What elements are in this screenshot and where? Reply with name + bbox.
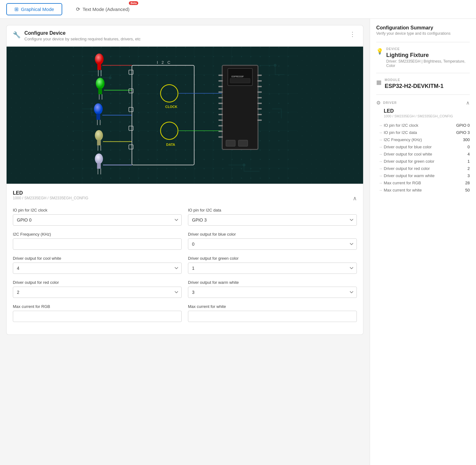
- driver-red-select[interactable]: 2 0 1 3 4: [13, 287, 182, 298]
- arrow-icon-1: →: [379, 130, 382, 135]
- more-options-button[interactable]: ⋮: [348, 30, 357, 38]
- divider-1: [376, 42, 470, 42]
- svg-rect-40: [257, 86, 262, 87]
- right-panel: Configuration Summary Verify your device…: [370, 19, 476, 465]
- configure-device-header: 🔧 Configure Device Configure your device…: [6, 25, 363, 46]
- io-data-label: IO pin for I2C data: [188, 208, 357, 212]
- arrow-icon-7: →: [379, 174, 382, 178]
- device-info: DEVICE Lighting Fixture Driver: SM2335EG…: [386, 47, 470, 68]
- config-label-5: → Driver output for green color: [379, 159, 434, 164]
- config-label-1: → IO pin for I2C data: [379, 130, 417, 135]
- text-mode-icon: ⟳: [76, 6, 80, 12]
- svg-rect-48: [97, 64, 101, 70]
- max-rgb-input[interactable]: 28: [13, 311, 182, 322]
- form-group-warm: Driver output for warm white 3 0 1 2 4: [188, 280, 357, 298]
- text-mode-button[interactable]: ⟳ Text Mode (Advanced) Beta: [68, 4, 137, 15]
- max-white-input[interactable]: 50: [188, 311, 357, 322]
- led-title: LED: [13, 190, 88, 196]
- divider-3: [376, 95, 470, 95]
- svg-text:DATA: DATA: [166, 143, 175, 146]
- svg-rect-44: [257, 108, 262, 110]
- io-clock-select[interactable]: GPIO 0 GPIO 1 GPIO 2 GPIO 3: [13, 214, 182, 226]
- svg-rect-26: [219, 75, 223, 76]
- form-group-max-white: Max current for white 50: [188, 304, 357, 322]
- arrow-icon-9: →: [379, 188, 382, 192]
- configure-subtitle: Configure your device by selecting requi…: [24, 37, 140, 41]
- beta-badge: Beta: [129, 1, 138, 5]
- driver-id: 1000 / SM2335EGH / SM2335EGH_CONFIG: [384, 114, 470, 118]
- svg-rect-31: [219, 103, 223, 104]
- collapse-button[interactable]: ∧: [353, 195, 357, 202]
- config-rows: → IO pin for I2C clock GPIO 0 → IO pin f…: [379, 122, 470, 194]
- svg-point-63: [95, 153, 103, 164]
- svg-point-47: [95, 54, 104, 65]
- graphical-mode-button[interactable]: ⊞ Graphical Mode: [6, 3, 62, 15]
- arrow-icon-3: →: [379, 145, 382, 149]
- arrow-icon-4: →: [379, 152, 382, 156]
- form-group-green: Driver output for green color 1 0 2 3 4: [188, 256, 357, 274]
- gear-icon: ⚙: [376, 100, 381, 106]
- module-name: ESP32-H2-DEVKITM-1: [385, 83, 443, 89]
- driver-green-select[interactable]: 1 0 2 3 4: [188, 263, 357, 274]
- svg-rect-36: [219, 131, 223, 132]
- device-name: Lighting Fixture: [386, 52, 470, 59]
- form-group-red: Driver output for red color 2 0 1 3 4: [13, 280, 182, 298]
- config-value-6: 2: [468, 166, 470, 171]
- driver-header-left: ⚙ DRIVER: [376, 100, 397, 106]
- driver-green-label: Driver output for green color: [188, 256, 357, 261]
- config-value-3: 0: [468, 145, 470, 149]
- main-layout: 🔧 Configure Device Configure your device…: [0, 19, 476, 465]
- svg-rect-39: [257, 80, 262, 82]
- svg-rect-33: [219, 114, 223, 115]
- config-row-6: → Driver output for red color 2: [379, 165, 470, 172]
- device-section: 💡 DEVICE Lighting Fixture Driver: SM2335…: [376, 47, 470, 68]
- configure-header-left: 🔧 Configure Device Configure your device…: [13, 30, 140, 41]
- circuit-diagram: I 2 C CLOCK DATA E: [6, 46, 363, 184]
- arrow-icon-0: →: [379, 123, 382, 128]
- section-header: LED 1000 / SM2335EGH / SM2335EGH_CONFIG …: [13, 190, 357, 207]
- configure-header-text: Configure Device Configure your device b…: [24, 30, 140, 41]
- svg-rect-41: [257, 91, 262, 93]
- module-section: ▦ MODULE ESP32-H2-DEVKITM-1: [376, 78, 470, 89]
- max-white-label: Max current for white: [188, 304, 357, 309]
- form-row-2: I2C Frequency (KHz) 300 Driver output fo…: [13, 232, 357, 250]
- divider-2: [376, 73, 470, 73]
- config-row-9: → Max current for white 50: [379, 187, 470, 194]
- i2c-freq-input[interactable]: 300: [13, 238, 182, 250]
- config-value-5: 1: [468, 159, 470, 164]
- config-label-2: → I2C Frequency (KHz): [379, 137, 422, 142]
- config-label-0: → IO pin for I2C clock: [379, 123, 418, 128]
- driver-cool-label: Driver output for cool white: [13, 256, 182, 261]
- driver-blue-label: Driver output for blue color: [188, 232, 357, 237]
- driver-red-label: Driver output for red color: [13, 280, 182, 285]
- io-clock-label: IO pin for I2C clock: [13, 208, 182, 212]
- config-row-7: → Driver output for warm white 3: [379, 172, 470, 179]
- config-row-0: → IO pin for I2C clock GPIO 0: [379, 122, 470, 129]
- config-row-4: → Driver output for cool white 4: [379, 151, 470, 158]
- svg-rect-64: [97, 163, 101, 169]
- driver-blue-select[interactable]: 0 1 2 3 4: [188, 238, 357, 250]
- form-group-blue: Driver output for blue color 0 1 2 3 4: [188, 232, 357, 250]
- svg-rect-46: [257, 120, 262, 121]
- svg-point-4: [109, 77, 111, 79]
- driver-warm-select[interactable]: 3 0 1 2 4: [188, 287, 357, 298]
- driver-collapse-button[interactable]: ∧: [466, 100, 470, 106]
- form-group-max-rgb: Max current for RGB 28: [13, 304, 182, 322]
- config-label-8: → Max current for RGB: [379, 181, 421, 185]
- svg-point-8: [90, 108, 92, 110]
- config-label-6: → Driver output for red color: [379, 166, 430, 171]
- svg-rect-23: [230, 79, 250, 83]
- io-data-select[interactable]: GPIO 3 GPIO 0 GPIO 1 GPIO 2: [188, 214, 357, 226]
- graphical-mode-label: Graphical Mode: [21, 7, 54, 12]
- wrench-icon: 🔧: [13, 31, 21, 38]
- device-sub: Driver: SM2335EGH | Brightness, Temperat…: [386, 59, 470, 68]
- left-panel: 🔧 Configure Device Configure your device…: [0, 19, 370, 465]
- driver-cool-select[interactable]: 4 0 1 2 3: [13, 263, 182, 274]
- config-summary-title: Configuration Summary: [376, 25, 470, 31]
- bulb-icon: 💡: [376, 48, 383, 55]
- config-value-8: 28: [465, 181, 470, 185]
- config-summary-subtitle: Verify your device type and its configur…: [376, 31, 470, 36]
- grid-icon: ⊞: [14, 6, 18, 12]
- svg-rect-43: [257, 103, 262, 104]
- svg-rect-30: [219, 97, 223, 98]
